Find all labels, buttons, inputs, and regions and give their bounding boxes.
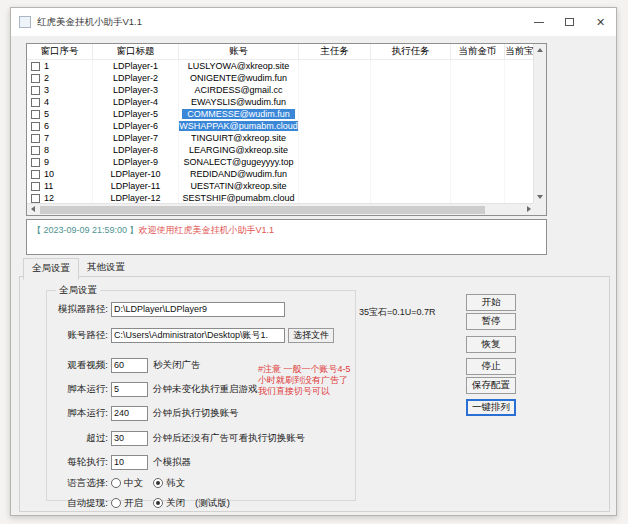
row-checkbox[interactable] <box>31 98 40 107</box>
arrange-button[interactable]: 一键排列 <box>466 399 516 416</box>
empty-cell <box>371 180 451 192</box>
scroll-left-icon[interactable] <box>31 206 35 212</box>
window-number: 9 <box>44 157 49 167</box>
red-note: #注意 一般一个账号4-5小时就刷到没有广告了 我们直接切号可以 <box>258 364 354 397</box>
table-row[interactable]: 9LDPlayer-9SONALECT@gugeyyyy.top <box>27 156 546 168</box>
choose-file-button[interactable]: 选择文件 <box>288 328 334 343</box>
empty-cell <box>451 168 505 180</box>
over-no-ads-row: 超过: 分钟后还没有广告可看执行切换账号 <box>31 430 305 446</box>
table-row[interactable]: 4LDPlayer-4EWAYSLIS@wudim.fun <box>27 96 546 108</box>
row-checkbox[interactable] <box>31 182 40 191</box>
radio-selected-icon <box>153 498 163 508</box>
table-row[interactable]: 11LDPlayer-11UESTATIN@xkreop.site <box>27 180 546 192</box>
account-cell: LUSLYOWA@xkreop.site <box>183 61 295 71</box>
watch-video-input[interactable] <box>111 358 148 373</box>
empty-cell <box>451 60 505 72</box>
auto-withdraw-option-on[interactable]: 开启 <box>111 497 143 510</box>
window-number: 4 <box>44 97 49 107</box>
row-checkbox[interactable] <box>31 170 40 179</box>
per-round-input[interactable] <box>111 455 148 470</box>
per-round-row: 每轮执行: 个模拟器 <box>31 454 191 470</box>
minimize-button[interactable] <box>523 8 554 36</box>
scrollbar-corner <box>533 203 546 215</box>
auto-withdraw-label: 自动提现: <box>31 497 108 510</box>
account-cell: SONALECT@gugeyyyy.top <box>179 157 299 167</box>
window-number: 3 <box>44 85 49 95</box>
pause-button[interactable]: 暂停 <box>466 313 516 330</box>
maximize-button[interactable] <box>554 8 585 36</box>
table-row[interactable]: 3LDPlayer-3ACIRDESS@gmail.cc <box>27 84 546 96</box>
column-header[interactable]: 当前宝 <box>505 44 535 59</box>
column-header[interactable]: 执行任务 <box>371 44 451 59</box>
column-header[interactable]: 窗口序号 <box>27 44 93 59</box>
window-title-cell: LDPlayer-10 <box>93 168 179 180</box>
tab-global-settings[interactable]: 全局设置 <box>23 258 79 280</box>
row-checkbox[interactable] <box>31 122 40 131</box>
window-number: 8 <box>44 145 49 155</box>
row-checkbox[interactable] <box>31 74 40 83</box>
empty-cell <box>299 132 371 144</box>
language-option-korean[interactable]: 韩文 <box>153 477 185 490</box>
app-icon <box>19 16 31 28</box>
empty-cell <box>299 156 371 168</box>
close-button[interactable]: ✕ <box>585 8 616 36</box>
table-row[interactable]: 10LDPlayer-10REDIDAND@wudim.fun <box>27 168 546 180</box>
window-title-cell: LDPlayer-8 <box>93 144 179 156</box>
column-header[interactable]: 账号 <box>179 44 299 59</box>
table-row[interactable]: 7LDPlayer-7TINGUIRT@xkreop.site <box>27 132 546 144</box>
column-header[interactable]: 当前金币 <box>451 44 505 59</box>
start-button[interactable]: 开始 <box>466 294 516 311</box>
empty-cell <box>371 84 451 96</box>
language-option-chinese[interactable]: 中文 <box>111 477 143 490</box>
column-header[interactable]: 主任务 <box>299 44 371 59</box>
window-title-cell: LDPlayer-2 <box>93 72 179 84</box>
window-number: 11 <box>44 181 53 191</box>
account-cell: COMMESSE@wudim.fun <box>182 109 295 119</box>
window-title-cell: LDPlayer-11 <box>93 180 179 192</box>
column-header[interactable]: 窗口标题 <box>93 44 179 59</box>
row-checkbox[interactable] <box>31 86 40 95</box>
radio-unselected-icon <box>111 478 121 488</box>
scroll-right-icon[interactable] <box>527 206 531 212</box>
log-message: 欢迎使用红虎美金挂机小助手V1.1 <box>139 225 275 235</box>
scroll-up-icon[interactable] <box>537 48 543 52</box>
watch-video-label: 观看视频: <box>31 359 108 372</box>
scroll-down-icon[interactable] <box>537 195 543 199</box>
account-path-input[interactable] <box>111 328 285 343</box>
table-vertical-scrollbar[interactable] <box>533 44 546 203</box>
row-checkbox[interactable] <box>31 134 40 143</box>
empty-cell <box>299 168 371 180</box>
tab-other-settings[interactable]: 其他设置 <box>79 258 133 279</box>
window-title-cell: LDPlayer-4 <box>93 96 179 108</box>
row-checkbox[interactable] <box>31 110 40 119</box>
account-cell: SESTSHIF@pumabm.cloud <box>179 193 299 203</box>
script-restart-input[interactable] <box>111 382 148 397</box>
empty-cell <box>505 156 535 168</box>
row-checkbox[interactable] <box>31 146 40 155</box>
horizontal-scroll-thumb[interactable] <box>40 206 485 214</box>
stop-button[interactable]: 停止 <box>466 358 516 375</box>
auto-withdraw-option-off[interactable]: 关闭 <box>153 497 185 510</box>
settings-tabs: 全局设置 其他设置 <box>23 258 133 279</box>
empty-cell <box>505 84 535 96</box>
table-row[interactable]: 5LDPlayer-5COMMESSE@wudim.fun <box>27 108 546 120</box>
save-config-button[interactable]: 保存配置 <box>466 377 516 394</box>
auto-withdraw-row: 自动提现: 开启 关闭 (测试版) <box>31 495 230 511</box>
table-horizontal-scrollbar[interactable] <box>27 203 535 215</box>
row-checkbox[interactable] <box>31 62 40 71</box>
table-row[interactable]: 1LDPlayer-1LUSLYOWA@xkreop.site <box>27 60 546 72</box>
language-label: 语言选择: <box>31 477 108 490</box>
script-switch-input[interactable] <box>111 406 148 421</box>
empty-cell <box>451 144 505 156</box>
maximize-icon <box>565 18 574 26</box>
table-row[interactable]: 2LDPlayer-2ONIGENTE@wudim.fun <box>27 72 546 84</box>
window-number: 2 <box>44 73 49 83</box>
row-checkbox[interactable] <box>31 158 40 167</box>
resume-button[interactable]: 恢复 <box>466 336 516 353</box>
empty-cell <box>451 108 505 120</box>
row-checkbox[interactable] <box>31 194 40 203</box>
over-no-ads-input[interactable] <box>111 431 148 446</box>
table-row[interactable]: 8LDPlayer-8LEARGING@xkreop.site <box>27 144 546 156</box>
table-row[interactable]: 6LDPlayer-6WSHAPPAK@pumabm.cloud <box>27 120 546 132</box>
emulator-path-input[interactable] <box>111 302 285 317</box>
